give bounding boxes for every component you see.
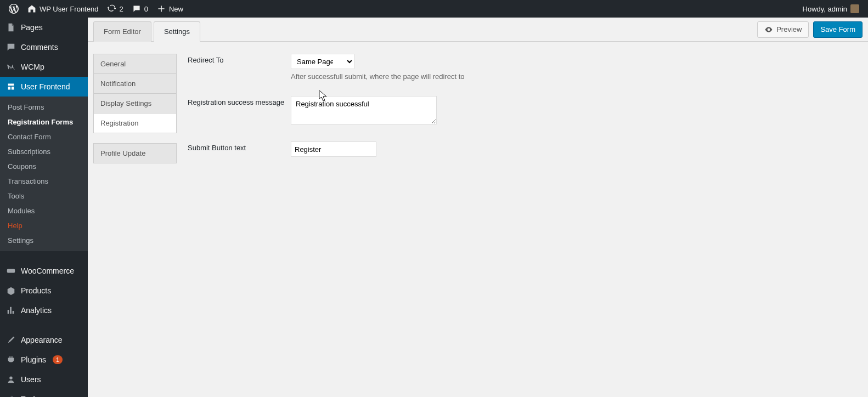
comments-link[interactable]: 0	[128, 0, 153, 18]
settings-nav-registration[interactable]: Registration	[93, 114, 177, 133]
settings-nav-display[interactable]: Display Settings	[93, 94, 177, 114]
woocommerce-icon	[5, 265, 16, 276]
comments-count: 0	[144, 5, 148, 13]
appearance-icon	[5, 334, 16, 345]
plugins-count-badge: 1	[53, 355, 63, 364]
submenu-user-frontend: Post Forms Registration Forms Contact Fo…	[0, 97, 88, 251]
menu-woocommerce[interactable]: WooCommerce	[0, 261, 88, 281]
menu-user-frontend[interactable]: User Frontend	[0, 77, 88, 97]
menu-users-label: Users	[21, 375, 41, 384]
submenu-contact-form[interactable]: Contact Form	[0, 129, 88, 144]
home-icon	[27, 4, 36, 13]
updates-link[interactable]: 2	[103, 0, 127, 18]
comments-icon	[132, 4, 141, 13]
content-area: Form Editor Settings Preview Save Form G…	[88, 18, 868, 397]
menu-woocommerce-label: WooCommerce	[21, 266, 74, 275]
eye-icon	[764, 25, 773, 34]
menu-analytics-label: Analytics	[21, 306, 52, 315]
submenu-tools[interactable]: Tools	[0, 189, 88, 203]
tools-icon	[5, 394, 16, 397]
redirect-to-select[interactable]: Same Page	[291, 54, 354, 69]
new-label: New	[169, 5, 183, 13]
success-message-textarea[interactable]	[291, 96, 437, 124]
new-content-link[interactable]: New	[153, 0, 188, 18]
settings-form: Redirect To Same Page After successfull …	[188, 54, 863, 172]
site-name-link[interactable]: WP User Frontend	[23, 0, 103, 18]
tabs-row: Form Editor Settings Preview Save Form	[88, 18, 868, 42]
plugins-icon	[5, 354, 16, 365]
menu-wcmp-label: WCMp	[21, 63, 44, 71]
submenu-subscriptions[interactable]: Subscriptions	[0, 144, 88, 159]
menu-pages[interactable]: Pages	[0, 18, 88, 37]
row-success-message: Registration success message	[188, 96, 863, 126]
preview-label: Preview	[776, 26, 802, 33]
tabs-right: Preview Save Form	[757, 21, 863, 41]
save-form-label: Save Form	[820, 26, 855, 33]
avatar-icon	[850, 4, 859, 13]
users-icon	[5, 374, 16, 385]
submenu-transactions[interactable]: Transactions	[0, 174, 88, 189]
wordpress-icon	[9, 4, 19, 14]
updates-count: 2	[119, 5, 123, 13]
label-submit-text: Submit Button text	[188, 141, 291, 152]
admin-bar-left: WP User Frontend 2 0 New	[4, 0, 188, 18]
menu-plugins-label: Plugins	[21, 355, 46, 364]
menu-appearance[interactable]: Appearance	[0, 330, 88, 350]
comments-menu-icon	[5, 42, 16, 53]
admin-bar: WP User Frontend 2 0 New Howdy, admin	[0, 0, 868, 18]
submenu-coupons[interactable]: Coupons	[0, 159, 88, 174]
menu-comments[interactable]: Comments	[0, 37, 88, 57]
row-submit-text: Submit Button text	[188, 141, 863, 157]
menu-wcmp[interactable]: WCMp	[0, 57, 88, 77]
products-icon	[5, 285, 16, 296]
wcmp-icon	[5, 61, 16, 72]
menu-tools[interactable]: Tools	[0, 389, 88, 397]
site-name-label: WP User Frontend	[40, 5, 98, 13]
submenu-post-forms[interactable]: Post Forms	[0, 100, 88, 115]
submenu-registration-forms[interactable]: Registration Forms	[0, 115, 88, 129]
settings-nav-profile-update[interactable]: Profile Update	[93, 143, 177, 163]
label-success-message: Registration success message	[188, 96, 291, 106]
menu-users[interactable]: Users	[0, 370, 88, 389]
label-redirect-to: Redirect To	[188, 54, 291, 64]
analytics-icon	[5, 305, 16, 316]
menu-appearance-label: Appearance	[21, 336, 63, 344]
tab-settings[interactable]: Settings	[154, 21, 200, 42]
svg-point-1	[9, 377, 12, 379]
save-form-button[interactable]: Save Form	[813, 21, 863, 38]
settings-body: General Notification Display Settings Re…	[88, 42, 868, 184]
user-frontend-icon	[5, 81, 16, 92]
menu-products[interactable]: Products	[0, 281, 88, 300]
update-icon	[107, 4, 116, 13]
menu-pages-label: Pages	[21, 23, 43, 32]
menu-comments-label: Comments	[21, 43, 58, 52]
plus-icon	[157, 4, 166, 13]
submenu-help[interactable]: Help	[0, 218, 88, 233]
menu-products-label: Products	[21, 286, 51, 295]
submenu-modules[interactable]: Modules	[0, 203, 88, 218]
menu-user-frontend-label: User Frontend	[21, 82, 70, 91]
submenu-settings[interactable]: Settings	[0, 233, 88, 248]
svg-rect-0	[7, 269, 15, 273]
settings-nav: General Notification Display Settings Re…	[93, 54, 177, 172]
settings-nav-general[interactable]: General	[93, 54, 177, 74]
admin-sidebar: Pages Comments WCMp User Frontend Post F…	[0, 18, 88, 397]
redirect-desc: After successfull submit, where the page…	[291, 72, 464, 81]
row-redirect-to: Redirect To Same Page After successfull …	[188, 54, 863, 81]
submit-text-input[interactable]	[291, 141, 376, 157]
menu-tools-label: Tools	[21, 395, 39, 397]
tab-form-editor[interactable]: Form Editor	[93, 21, 151, 42]
tabs-left: Form Editor Settings	[93, 21, 202, 41]
menu-plugins[interactable]: Plugins 1	[0, 350, 88, 370]
howdy-label: Howdy, admin	[803, 5, 847, 13]
wp-logo[interactable]	[4, 0, 23, 18]
menu-analytics[interactable]: Analytics	[0, 300, 88, 320]
account-link[interactable]: Howdy, admin	[798, 0, 864, 18]
pages-icon	[5, 22, 16, 33]
admin-bar-right: Howdy, admin	[798, 0, 864, 18]
preview-button[interactable]: Preview	[757, 21, 809, 38]
settings-nav-notification[interactable]: Notification	[93, 74, 177, 94]
